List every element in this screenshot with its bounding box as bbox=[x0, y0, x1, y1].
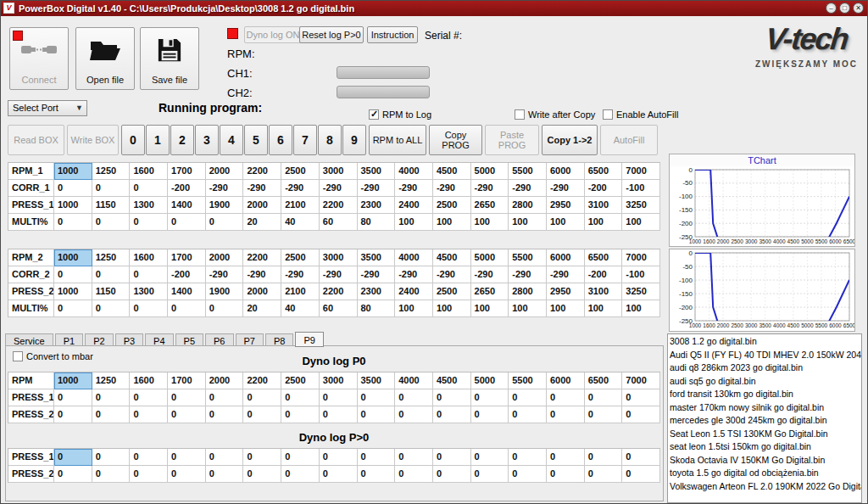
table-cell[interactable]: -290 bbox=[281, 266, 320, 283]
rpm-to-all-button[interactable]: RPM to ALL bbox=[369, 125, 426, 155]
table-cell[interactable]: 0 bbox=[395, 389, 433, 406]
table-cell[interactable]: 0 bbox=[471, 406, 509, 423]
table-cell[interactable]: 0 bbox=[168, 214, 206, 231]
table-cell[interactable]: 6000 bbox=[547, 163, 585, 180]
table-cell[interactable]: 1600 bbox=[130, 372, 168, 389]
table-cell[interactable]: 1400 bbox=[168, 283, 206, 300]
table-cell[interactable]: 0 bbox=[433, 389, 471, 406]
table-cell[interactable]: 0 bbox=[358, 406, 396, 423]
table-cell[interactable]: 0 bbox=[509, 406, 547, 423]
table-cell[interactable]: 2500 bbox=[281, 372, 320, 389]
table-cell[interactable]: 4000 bbox=[395, 249, 433, 266]
table-cell[interactable]: 1000 bbox=[54, 283, 92, 300]
table-cell[interactable]: 5500 bbox=[509, 372, 547, 389]
table-cell[interactable]: 0 bbox=[92, 300, 131, 317]
table-cell[interactable]: 0 bbox=[281, 466, 320, 483]
table-cell[interactable]: 0 bbox=[92, 214, 131, 231]
table-cell[interactable]: 0 bbox=[243, 466, 281, 483]
table-cell[interactable]: -200 bbox=[585, 180, 623, 197]
table-cell[interactable]: 100 bbox=[585, 214, 623, 231]
table-cell[interactable]: 0 bbox=[281, 389, 320, 406]
table-cell[interactable]: 0 bbox=[130, 449, 168, 466]
file-item[interactable]: ford transit 130km go digital.bin bbox=[670, 388, 860, 401]
table-cell[interactable]: 100 bbox=[471, 214, 509, 231]
table-cell[interactable]: 80 bbox=[358, 214, 396, 231]
table-cell[interactable]: 100 bbox=[433, 300, 471, 317]
table-cell[interactable]: 2000 bbox=[243, 197, 281, 214]
table-cell[interactable]: 6000 bbox=[547, 372, 585, 389]
table-cell[interactable]: 0 bbox=[92, 449, 131, 466]
maximize-button[interactable]: □ bbox=[839, 3, 850, 14]
table-cell[interactable]: 3500 bbox=[358, 249, 396, 266]
table-cell[interactable]: -290 bbox=[547, 266, 585, 283]
table-cell[interactable]: 7000 bbox=[622, 372, 660, 389]
reset-log-button[interactable]: Reset log P>0 bbox=[299, 26, 364, 43]
table-cell[interactable]: 0 bbox=[206, 300, 244, 317]
table-cell[interactable]: -200 bbox=[585, 266, 623, 283]
table-cell[interactable]: 0 bbox=[206, 449, 244, 466]
table-cell[interactable]: 0 bbox=[54, 389, 92, 406]
table-cell[interactable]: 0 bbox=[206, 389, 244, 406]
table-cell[interactable]: 1300 bbox=[130, 283, 168, 300]
table-cell[interactable]: 1000 bbox=[54, 163, 92, 180]
table-cell[interactable]: 7000 bbox=[622, 249, 660, 266]
table-cell[interactable]: 1000 bbox=[54, 197, 92, 214]
table-cell[interactable]: 0 bbox=[433, 466, 471, 483]
table-cell[interactable]: 20 bbox=[243, 214, 281, 231]
autofill-button[interactable]: AutoFill bbox=[600, 125, 658, 155]
rpm-to-log-checkbox[interactable]: RPM to Log bbox=[369, 109, 431, 120]
table-cell[interactable]: 0 bbox=[54, 180, 92, 197]
table-cell[interactable]: 1900 bbox=[206, 283, 244, 300]
table-cell[interactable]: 2950 bbox=[547, 283, 585, 300]
table-cell[interactable]: 0 bbox=[433, 406, 471, 423]
table-cell[interactable]: 2000 bbox=[243, 283, 281, 300]
table-cell[interactable]: 7000 bbox=[622, 163, 660, 180]
minimize-button[interactable]: – bbox=[826, 3, 837, 14]
tab-p6[interactable]: P6 bbox=[205, 333, 233, 346]
table-cell[interactable]: 0 bbox=[471, 449, 509, 466]
table-cell[interactable]: 0 bbox=[92, 406, 131, 423]
table-cell[interactable]: -290 bbox=[320, 266, 358, 283]
table-cell[interactable]: 1300 bbox=[130, 197, 168, 214]
digit-button-8[interactable]: 8 bbox=[318, 125, 342, 155]
table-cell[interactable]: 1700 bbox=[168, 372, 206, 389]
tab-p2[interactable]: P2 bbox=[85, 333, 113, 346]
paste-prog-button[interactable]: Paste PROG bbox=[485, 125, 539, 155]
table-cell[interactable]: 3000 bbox=[320, 163, 358, 180]
table-cell[interactable]: 2200 bbox=[320, 197, 358, 214]
table-cell[interactable]: 40 bbox=[281, 300, 320, 317]
select-port-dropdown[interactable]: Select Port ▼ bbox=[8, 100, 87, 116]
table-cell[interactable]: 2500 bbox=[433, 197, 471, 214]
table-cell[interactable]: 1250 bbox=[92, 249, 131, 266]
file-item[interactable]: Skoda Octavia IV 150KM Go Digital.bin bbox=[670, 454, 860, 468]
table-cell[interactable]: 0 bbox=[320, 466, 358, 483]
table-cell[interactable]: -290 bbox=[471, 266, 509, 283]
table-cell[interactable]: 2200 bbox=[243, 372, 281, 389]
copy-prog-button[interactable]: Copy PROG bbox=[429, 125, 482, 155]
table-cell[interactable]: 100 bbox=[433, 214, 471, 231]
digit-button-4[interactable]: 4 bbox=[220, 125, 243, 155]
table-cell[interactable]: 0 bbox=[54, 449, 92, 466]
table-cell[interactable]: 100 bbox=[547, 300, 585, 317]
table-cell[interactable]: 0 bbox=[471, 389, 509, 406]
table-cell[interactable]: -290 bbox=[395, 266, 433, 283]
table-cell[interactable]: 0 bbox=[433, 449, 471, 466]
file-item[interactable]: Volkswagen Arteon FL 2.0 190KM 2022 Go D… bbox=[670, 480, 860, 494]
tab-p8[interactable]: P8 bbox=[265, 333, 293, 346]
table-cell[interactable]: 0 bbox=[585, 449, 623, 466]
table-cell[interactable]: 0 bbox=[130, 300, 168, 317]
table-cell[interactable]: 2500 bbox=[281, 249, 320, 266]
close-button[interactable]: ✕ bbox=[853, 3, 864, 14]
table-cell[interactable]: 0 bbox=[92, 389, 131, 406]
digit-button-7[interactable]: 7 bbox=[293, 125, 317, 155]
table-cell[interactable]: 3250 bbox=[622, 197, 660, 214]
table-cell[interactable]: 100 bbox=[585, 300, 623, 317]
table-cell[interactable]: 2000 bbox=[206, 249, 244, 266]
file-item[interactable]: Audi Q5 II (FY FL) 40 TDI MHEV 2.0 150kW… bbox=[670, 349, 860, 362]
table-cell[interactable]: 2100 bbox=[281, 197, 320, 214]
table-cell[interactable]: 100 bbox=[547, 214, 585, 231]
table-cell[interactable]: 0 bbox=[130, 214, 168, 231]
table-cell[interactable]: 0 bbox=[168, 406, 206, 423]
table-cell[interactable]: 60 bbox=[320, 214, 358, 231]
table-cell[interactable]: -290 bbox=[320, 180, 358, 197]
